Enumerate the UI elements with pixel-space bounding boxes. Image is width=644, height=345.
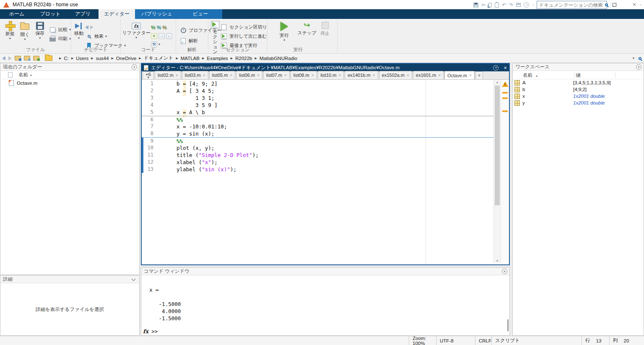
doc-search-input[interactable]	[537, 3, 605, 8]
current-folder-column-header[interactable]: 名前 ▴	[0, 71, 139, 79]
tab-close-icon[interactable]: ×	[338, 73, 341, 78]
editor-tab-list03.m[interactable]: list03.m×	[182, 71, 208, 79]
ribbon-tab-エディター[interactable]: エディター	[99, 9, 135, 19]
panel-menu-icon[interactable]: ▾	[502, 269, 507, 274]
tab-close-icon[interactable]: ×	[407, 73, 409, 78]
tab-close-icon[interactable]: ×	[312, 73, 314, 78]
find-button[interactable]: 検索 ▾	[85, 33, 126, 40]
code-editor[interactable]: 1b = [4; 9; 2]2A = [ 3 4 5;3 1 3 1;4 3 5…	[142, 80, 509, 264]
warning-icon[interactable]	[502, 81, 509, 87]
window-layout-icon[interactable]	[516, 3, 521, 7]
tab-close-icon[interactable]: ×	[373, 73, 375, 78]
editor-close-icon[interactable]: ×	[504, 65, 507, 71]
breadcrumb-item[interactable]: OneDrive	[116, 56, 137, 61]
editor-menu-icon[interactable]: ▾	[493, 65, 499, 71]
panel-menu-icon[interactable]: ▾	[636, 64, 641, 70]
editor-scrollbar[interactable]: ▲ ▼	[493, 80, 501, 264]
scroll-up-icon[interactable]: ▲	[494, 80, 501, 85]
address-chevron-down-icon[interactable]: ▾	[633, 57, 634, 60]
new-tab-button[interactable]: +	[475, 71, 483, 79]
workspace-row[interactable]: x1x2001 double	[513, 93, 644, 99]
file-type-indicator[interactable]: スクリプト	[491, 336, 582, 345]
breadcrumb-item[interactable]: Examples	[207, 56, 228, 61]
qat-chevron-down-icon[interactable]: ▾	[532, 3, 534, 7]
ribbon-tab-ホーム[interactable]: ホーム	[0, 9, 34, 19]
workspace-row[interactable]: y1x2001 double	[513, 99, 644, 106]
refactor-button[interactable]: fx リファクター ▾	[124, 21, 148, 39]
refresh-folder-icon[interactable]	[33, 56, 39, 60]
tab-close-icon[interactable]: ×	[230, 73, 232, 78]
tab-close-icon[interactable]: ×	[469, 73, 472, 78]
command-window[interactable]: x = -1.5000 4.0000 -1.5000 fx >>	[141, 275, 509, 335]
tab-close-icon[interactable]: ×	[438, 73, 441, 78]
onedrive-folder-icon[interactable]	[24, 56, 30, 60]
workspace-row[interactable]: A[3,4,5;1,3,1;3,5,9]	[513, 79, 644, 86]
current-folder-icon[interactable]	[45, 55, 52, 61]
workspace-column-header[interactable]: 名前 ▴ 値	[513, 71, 644, 79]
breadcrumb-item[interactable]: Users	[76, 56, 88, 61]
run-button[interactable]: 実行 ▾	[275, 21, 293, 42]
ribbon-tab-アプリ[interactable]: アプリ	[67, 9, 99, 19]
uncomment-icon[interactable]: %	[157, 25, 161, 31]
ribbon-tab-プロット[interactable]: プロット	[34, 9, 67, 19]
section-break-button[interactable]: セクション区切り	[220, 24, 267, 31]
back-arrow-icon[interactable]	[85, 25, 88, 29]
editor-tab-ex1502a.m[interactable]: ex1502a.m×	[379, 71, 412, 79]
help-icon[interactable]: ?	[524, 2, 529, 8]
command-scrollbar[interactable]	[507, 319, 509, 331]
editor-tab-list10.m[interactable]: list10.m×	[318, 71, 344, 79]
editor-tab-list07.m[interactable]: list07.m×	[263, 71, 290, 79]
panel-menu-icon[interactable]: ▾	[132, 64, 137, 70]
hidden-tabs-button[interactable]: +6 ▾	[143, 71, 154, 79]
warning-marker[interactable]	[502, 92, 508, 94]
stop-button[interactable]: 停止	[318, 21, 332, 37]
comment-icon[interactable]: %	[151, 25, 156, 31]
code-line[interactable]: 4 3 5 9 ]	[142, 102, 509, 109]
breadcrumb-item[interactable]: MatlabGNURadio	[260, 56, 297, 61]
editor-tab-ex1601.m[interactable]: ex1601.m×	[413, 71, 444, 79]
smart-indent-icon[interactable]: ≡	[151, 33, 157, 39]
scroll-down-icon[interactable]: ▼	[494, 259, 501, 264]
warning-marker[interactable]	[502, 97, 508, 99]
folder-back-icon[interactable]	[2, 56, 5, 60]
workspace-row[interactable]: b[4;9;2]	[513, 86, 644, 93]
tab-close-icon[interactable]: ×	[257, 73, 260, 78]
indent-right-icon[interactable]: →	[158, 33, 165, 39]
nav-back-forward[interactable]	[85, 24, 126, 31]
copy-icon[interactable]	[488, 3, 492, 7]
run-advance-button[interactable]: 実行して次に進む	[220, 33, 267, 40]
column-separator[interactable]	[615, 72, 615, 78]
browse-up-folder-icon[interactable]	[15, 56, 21, 60]
command-prompt[interactable]: >>	[151, 328, 158, 335]
breadcrumb-item[interactable]: sus44	[96, 56, 109, 61]
goto-button[interactable]: 移動 ▾	[74, 21, 83, 39]
scrollbar-thumb[interactable]	[495, 86, 500, 205]
editor-tab-ex1401b.m[interactable]: ex1401b.m×	[345, 71, 378, 79]
breadcrumb-item[interactable]: C:	[64, 56, 69, 61]
step-button[interactable]: ↪ ステップ	[298, 21, 316, 36]
user-name[interactable]: 山田さん	[617, 2, 637, 8]
editor-tab-list06.m[interactable]: list06.m×	[236, 71, 262, 79]
new-button[interactable]: 新規 ▾	[3, 21, 17, 40]
warning-marker[interactable]	[502, 110, 508, 112]
code-line[interactable]: 11title ("Simple 2-D Plot");	[142, 152, 509, 159]
editor-tab-Octave.m[interactable]: Octave.m×	[444, 71, 475, 79]
workspace-value-column[interactable]: 値	[576, 72, 581, 78]
encoding-indicator[interactable]: UTF-8	[436, 336, 475, 345]
fx-button[interactable]: fx	[143, 328, 148, 335]
folder-forward-icon[interactable]	[8, 56, 12, 60]
redo-icon[interactable]: ↷	[509, 2, 513, 8]
eol-indicator[interactable]: CRLF	[475, 336, 491, 345]
code-line[interactable]: 5x = A \ b	[142, 109, 509, 116]
details-header[interactable]: 詳細	[0, 276, 139, 283]
compare-button[interactable]: 比較 ▾	[49, 26, 71, 33]
notifications-bell-icon[interactable]	[610, 3, 614, 6]
code-line[interactable]: 8y = sin (x);	[142, 130, 509, 137]
folder-search-icon[interactable]	[639, 57, 641, 60]
code-line[interactable]: 7x = -10:0.01:10;	[142, 123, 509, 130]
file-row[interactable]: Octave.m	[0, 79, 139, 87]
code-line[interactable]: 10plot (x, y);	[142, 144, 509, 152]
breadcrumb-item[interactable]: MATLAB	[181, 56, 200, 61]
tab-close-icon[interactable]: ×	[284, 73, 287, 78]
search-icon[interactable]	[605, 3, 608, 6]
